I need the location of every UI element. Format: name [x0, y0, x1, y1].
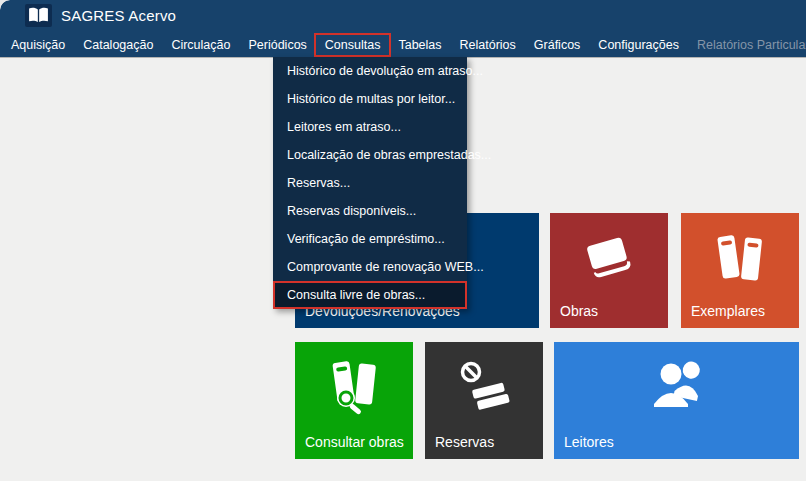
- menu-consultas[interactable]: Consultas: [316, 35, 390, 55]
- tile-consultar-obras[interactable]: Consultar obras: [295, 342, 413, 459]
- tile-label: Reservas: [435, 434, 494, 450]
- menu-item-localizacao-obras-emprestadas[interactable]: Localização de obras emprestadas...: [273, 141, 467, 169]
- menu-item-comprovante-renovacao-web[interactable]: Comprovante de renovação WEB...: [273, 253, 467, 281]
- book-icon: [550, 229, 668, 285]
- tile-label: Exemplares: [691, 303, 765, 319]
- header: SAGRES Acervo Aquisição Catalogação Circ…: [0, 0, 806, 57]
- tile-obras[interactable]: Obras: [550, 213, 668, 328]
- menu-item-verificacao-emprestimo[interactable]: Verificação de empréstimo...: [273, 225, 467, 253]
- menu-circulacao[interactable]: Circulação: [162, 35, 239, 55]
- menu-item-leitores-em-atraso[interactable]: Leitores em atraso...: [273, 113, 467, 141]
- app-logo-badge: [25, 4, 52, 27]
- menu-item-historico-multas-leitor[interactable]: Histórico de multas por leitor...: [273, 85, 467, 113]
- menu-relatorios[interactable]: Relatórios: [451, 35, 525, 55]
- tile-reservas[interactable]: Reservas: [425, 342, 543, 459]
- menu-configuracoes[interactable]: Configurações: [589, 35, 688, 55]
- menu-item-reservas[interactable]: Reservas...: [273, 169, 467, 197]
- menu-aquisicao[interactable]: Aquisição: [2, 35, 74, 55]
- title-bar: SAGRES Acervo: [0, 0, 806, 30]
- menubar: Aquisição Catalogação Circulação Periódi…: [0, 32, 806, 57]
- menu-tabelas[interactable]: Tabelas: [389, 35, 450, 55]
- tile-label: Obras: [560, 303, 598, 319]
- app-title: SAGRES Acervo: [61, 7, 176, 24]
- consultas-dropdown-menu: Histórico de devolução em atraso... Hist…: [273, 57, 467, 309]
- menu-item-consulta-livre-de-obras[interactable]: Consulta livre de obras...: [273, 281, 467, 309]
- menu-relatorios-particulares: Relatórios Particulares: [688, 35, 806, 55]
- app-window: SAGRES Acervo Aquisição Catalogação Circ…: [0, 0, 806, 481]
- menu-catalogacao[interactable]: Catalogação: [74, 35, 162, 55]
- two-books-icon: [681, 229, 799, 287]
- blocked-books-icon: [425, 358, 543, 416]
- tile-label: Leitores: [564, 434, 614, 450]
- tile-exemplares[interactable]: Exemplares: [681, 213, 799, 328]
- open-book-icon: [28, 7, 49, 23]
- menu-periodicos[interactable]: Periódicos: [239, 35, 315, 55]
- tile-label: Consultar obras: [305, 434, 404, 450]
- menu-item-historico-devolucao-atraso[interactable]: Histórico de devolução em atraso...: [273, 57, 467, 85]
- book-search-icon: [295, 358, 413, 418]
- menu-graficos[interactable]: Gráficos: [525, 35, 590, 55]
- tile-leitores[interactable]: Leitores: [554, 342, 799, 459]
- readers-icon: [554, 358, 799, 410]
- menu-item-reservas-disponiveis[interactable]: Reservas disponíveis...: [273, 197, 467, 225]
